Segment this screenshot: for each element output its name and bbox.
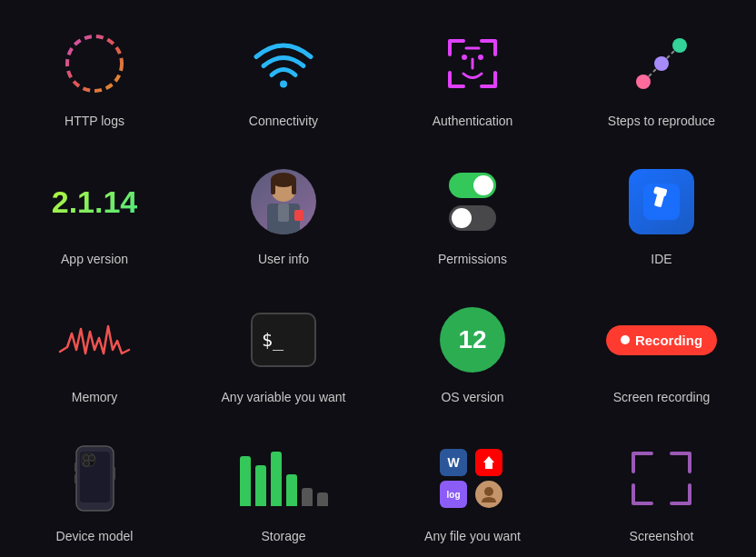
recording-dot: [621, 335, 630, 344]
app-version-icon: 2.1.14: [58, 165, 131, 238]
storage-bar-1: [240, 456, 251, 506]
authentication-icon: [436, 27, 509, 100]
user-info-icon: [247, 165, 320, 238]
svg-rect-13: [271, 180, 275, 194]
svg-point-1: [280, 81, 287, 88]
svg-point-26: [83, 461, 89, 467]
cell-app-version[interactable]: 2.1.14 App version: [0, 147, 189, 285]
permissions-label: Permissions: [438, 251, 507, 267]
cell-http-logs[interactable]: HTTP logs: [0, 9, 189, 147]
user-info-label: User info: [258, 251, 309, 267]
pdf-icon: [475, 449, 502, 476]
storage-label: Storage: [261, 528, 305, 544]
permissions-icon: [436, 165, 509, 238]
cell-user-info[interactable]: User info: [189, 147, 378, 285]
svg-rect-14: [292, 180, 296, 194]
svg-rect-29: [114, 467, 115, 480]
os-number: 12: [458, 325, 486, 354]
cell-memory[interactable]: Memory: [0, 285, 189, 423]
svg-line-10: [667, 51, 674, 58]
app-version-label: App version: [61, 251, 128, 267]
svg-point-3: [478, 55, 483, 60]
svg-rect-27: [75, 463, 76, 472]
device-model-icon: [58, 443, 131, 515]
ide-label: IDE: [651, 251, 671, 267]
svg-point-7: [654, 56, 669, 71]
svg-rect-17: [294, 210, 303, 221]
file-avatar-icon: [475, 481, 502, 508]
feature-grid: HTTP logs Connectivity: [0, 0, 756, 557]
app-version-number: 2.1.14: [52, 184, 138, 220]
cell-steps-to-reproduce[interactable]: Steps to reproduce: [567, 9, 756, 147]
device-model-label: Device model: [56, 528, 134, 544]
svg-point-2: [462, 55, 467, 60]
http-logs-icon: [58, 27, 131, 100]
ide-icon: [625, 165, 698, 238]
svg-point-8: [672, 38, 687, 53]
recording-badge: Recording: [606, 325, 717, 355]
memory-icon: [58, 303, 131, 376]
cell-os-version[interactable]: 12 OS version: [378, 285, 567, 423]
cell-permissions[interactable]: Permissions: [378, 147, 567, 285]
storage-bar-3: [271, 452, 282, 506]
storage-bar-2: [255, 465, 266, 506]
svg-point-6: [636, 75, 651, 89]
connectivity-label: Connectivity: [249, 113, 318, 129]
cell-any-variable[interactable]: $_ Any variable you want: [189, 285, 378, 423]
toggle-off: [449, 205, 496, 231]
screen-recording-label: Screen recording: [613, 389, 711, 405]
screen-recording-icon: Recording: [625, 303, 698, 376]
svg-point-0: [67, 36, 122, 91]
storage-bar-5: [302, 488, 313, 506]
cell-storage[interactable]: Storage: [189, 424, 378, 557]
any-file-icon: W log: [436, 443, 509, 515]
os-version-label: OS version: [441, 389, 503, 405]
svg-rect-16: [278, 204, 289, 222]
os-version-icon: 12: [436, 303, 509, 376]
authentication-label: Authentication: [433, 113, 513, 129]
connectivity-icon: [247, 27, 320, 100]
cell-authentication[interactable]: Authentication: [378, 9, 567, 147]
http-logs-label: HTTP logs: [65, 113, 124, 129]
cell-ide[interactable]: IDE: [567, 147, 756, 285]
svg-rect-28: [75, 474, 76, 483]
cell-connectivity[interactable]: Connectivity: [189, 9, 378, 147]
screenshot-label: Screenshot: [630, 528, 694, 544]
storage-bar-4: [286, 474, 297, 506]
any-file-label: Any file you want: [424, 528, 521, 544]
cell-any-file[interactable]: W log: [378, 424, 567, 557]
terminal-icon: $_: [247, 303, 320, 376]
any-variable-label: Any variable you want: [222, 389, 346, 405]
toggle-on: [449, 173, 496, 198]
svg-line-9: [649, 69, 656, 76]
log-icon: log: [440, 481, 467, 508]
cell-screenshot[interactable]: Screenshot: [567, 424, 756, 557]
storage-icon: [247, 443, 320, 515]
word-icon: W: [440, 449, 467, 476]
svg-point-30: [484, 487, 493, 496]
memory-label: Memory: [72, 389, 118, 405]
svg-point-25: [88, 455, 94, 462]
cell-device-model[interactable]: Device model: [0, 424, 189, 557]
steps-to-reproduce-label: Steps to reproduce: [608, 113, 715, 129]
cell-screen-recording[interactable]: Recording Screen recording: [567, 285, 756, 423]
screenshot-icon: [625, 443, 698, 515]
steps-icon: [625, 27, 698, 100]
recording-text: Recording: [635, 333, 702, 348]
storage-bar-6: [317, 492, 328, 506]
avatar: [251, 169, 316, 234]
